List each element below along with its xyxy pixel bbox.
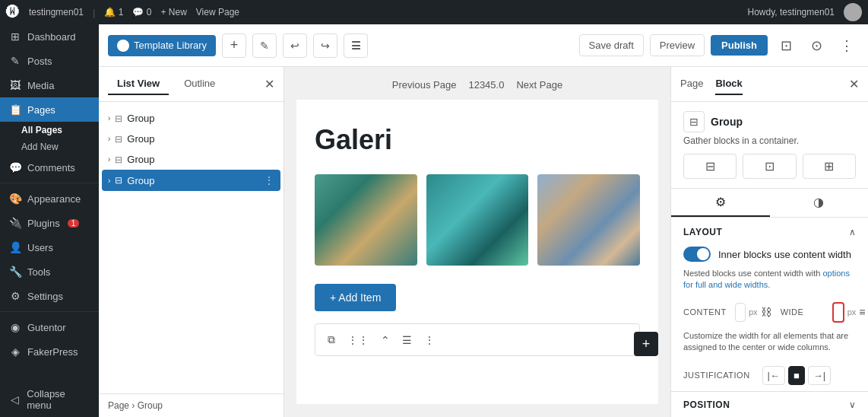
admin-bar: 🅦 testingmen01 | 🔔 1 💬 0 + New View Page… — [0, 0, 868, 24]
add-block-button[interactable]: + — [222, 33, 246, 58]
sidebar-item-media[interactable]: 🖼 Media — [0, 73, 99, 97]
template-library-button[interactable]: Template Library — [108, 35, 216, 56]
sidebar-item-posts[interactable]: ✎ Posts — [0, 49, 99, 73]
sidebar-item-label: Settings — [27, 291, 63, 302]
block-editor-button[interactable]: ☰ — [344, 33, 368, 58]
right-panel-close-button[interactable]: ✕ — [849, 77, 859, 91]
sidebar-sub-add-new[interactable]: Add New — [0, 138, 99, 155]
admin-bar-new[interactable]: 💬 0 — [132, 7, 151, 18]
admin-avatar — [844, 3, 862, 21]
block-action-stack[interactable]: ⊞ — [803, 154, 856, 179]
drag-button[interactable]: ⋮⋮ — [344, 331, 372, 349]
chevron-right-icon: › — [108, 114, 110, 123]
content-link-icon[interactable]: ⛓ — [761, 306, 771, 318]
users-icon: 👤 — [9, 241, 21, 253]
block-settings-tab-gear[interactable]: ⚙ — [671, 189, 770, 217]
justify-right-button[interactable]: →| — [808, 366, 831, 385]
page-title[interactable]: Galeri — [315, 124, 640, 156]
breadcrumb: Page › Group — [108, 400, 163, 411]
sidebar-item-label: FakerPress — [27, 346, 78, 358]
block-action-group[interactable]: ⊟ — [683, 154, 737, 179]
list-item-active[interactable]: › ⊟ Group ⋮ — [102, 170, 280, 191]
more-options-button[interactable]: ⋮ — [835, 33, 859, 58]
gallery-image-1[interactable] — [315, 174, 417, 266]
collapse-icon: ◁ — [9, 393, 21, 406]
prev-page-link[interactable]: Previous Page — [392, 79, 457, 91]
redo-button[interactable]: ↪ — [313, 33, 337, 58]
wp-logo[interactable]: 🅦 — [6, 5, 20, 21]
toggle-knob — [697, 248, 709, 260]
justify-center-button[interactable]: ■ — [788, 366, 805, 385]
content-width-input[interactable] — [735, 303, 746, 322]
layout-section-toggle[interactable]: ∧ — [849, 227, 856, 237]
sidebar-item-label: Media — [27, 80, 54, 91]
admin-bar-comments[interactable]: 🔔 1 — [104, 7, 123, 18]
inner-blocks-toggle[interactable] — [683, 247, 711, 262]
admin-bar-view-page[interactable]: View Page — [196, 7, 239, 18]
list-item[interactable]: › ⊟ Group — [99, 149, 284, 170]
sidebar-item-label: Pages — [27, 104, 55, 116]
position-section[interactable]: Position ∨ — [671, 391, 868, 417]
justify-left-button[interactable]: |← — [762, 366, 785, 385]
save-draft-button[interactable]: Save draft — [579, 34, 644, 56]
admin-bar-site[interactable]: testingmen01 — [29, 7, 84, 18]
sidebar-sub-all-pages[interactable]: All Pages — [0, 122, 99, 138]
publish-button[interactable]: Publish — [711, 35, 768, 56]
gallery-image-3[interactable] — [537, 174, 640, 266]
sidebar-item-pages[interactable]: 📋 Pages — [0, 97, 99, 122]
block-actions: ⊟ ⊡ ⊞ — [683, 154, 856, 179]
page-number: 12345.0 — [468, 79, 504, 91]
sidebar-item-label: Appearance — [27, 193, 81, 205]
settings-panel-toggle[interactable]: ⊡ — [774, 33, 798, 58]
sidebar-item-comments[interactable]: 💬 Comments — [0, 155, 99, 180]
list-item[interactable]: › ⊟ Group — [99, 108, 284, 129]
sidebar-item-settings[interactable]: ⚙ Settings — [0, 284, 99, 308]
panel-close-button[interactable]: ✕ — [265, 77, 274, 91]
preview-button[interactable]: Preview — [650, 34, 705, 56]
edit-button[interactable]: ✎ — [252, 33, 277, 58]
options-link[interactable]: options for full and wide widths — [683, 269, 850, 289]
tools-more[interactable]: ⊙ — [804, 33, 828, 58]
wide-label: WIDE — [781, 307, 826, 317]
layout-section-header: Layout ∧ — [671, 218, 868, 244]
tab-outline[interactable]: Outline — [175, 73, 224, 95]
sidebar-item-plugins[interactable]: 🔌 Plugins 1 — [0, 211, 99, 235]
group-icon: ⊟ — [115, 175, 122, 186]
gallery-image-2[interactable] — [426, 174, 529, 266]
admin-bar-add-new[interactable]: + New — [160, 7, 186, 18]
tab-list-view[interactable]: List View — [108, 73, 169, 95]
content-row: CONTENT px ⛓ WIDE px ≡ — [671, 298, 868, 327]
move-up-button[interactable]: ⌃ — [378, 331, 393, 349]
sidebar-item-label: Posts — [27, 56, 52, 67]
sidebar-item-appearance[interactable]: 🎨 Appearance — [0, 186, 99, 211]
sidebar-item-dashboard[interactable]: ⊞ Dashboard — [0, 24, 99, 49]
site-name: testingmen01 — [29, 7, 84, 18]
template-library-icon — [117, 40, 129, 52]
sidebar-item-label: Plugins — [27, 218, 60, 229]
item-menu-icon[interactable]: ⋮ — [264, 174, 274, 186]
block-action-row[interactable]: ⊡ — [743, 154, 796, 179]
tab-page[interactable]: Page — [680, 73, 703, 95]
sidebar-item-tools[interactable]: 🔧 Tools — [0, 259, 99, 284]
right-panel-header: Page Block ✕ — [671, 67, 868, 102]
next-page-link[interactable]: Next Page — [516, 79, 562, 91]
undo-button[interactable]: ↩ — [283, 33, 307, 58]
block-settings-tab-style[interactable]: ◑ — [770, 189, 869, 217]
tab-block[interactable]: Block — [715, 73, 742, 95]
add-item-button[interactable]: + Add Item — [315, 284, 396, 311]
sidebar-item-label: Dashboard — [27, 31, 76, 43]
sidebar-collapse[interactable]: ◁ Collapse menu — [0, 382, 99, 417]
wide-link-icon[interactable]: ≡ — [859, 306, 865, 318]
group-icon: ⊟ — [115, 154, 122, 165]
sidebar-item-users[interactable]: 👤 Users — [0, 235, 99, 259]
more-block-options[interactable]: ⋮ — [421, 331, 438, 349]
align-button[interactable]: ☰ — [399, 331, 415, 349]
content-label: CONTENT — [683, 307, 729, 317]
sidebar-item-gutentor[interactable]: ◉ Gutentor — [0, 315, 99, 339]
justification-label: JUSTIFICATION — [683, 371, 750, 380]
copy-button[interactable]: ⧉ — [325, 330, 338, 349]
sidebar-item-fakerpress[interactable]: ◈ FakerPress — [0, 339, 99, 364]
floating-add-button[interactable]: + — [634, 332, 658, 356]
list-item[interactable]: › ⊟ Group — [99, 129, 284, 149]
wide-width-input[interactable] — [832, 302, 844, 323]
